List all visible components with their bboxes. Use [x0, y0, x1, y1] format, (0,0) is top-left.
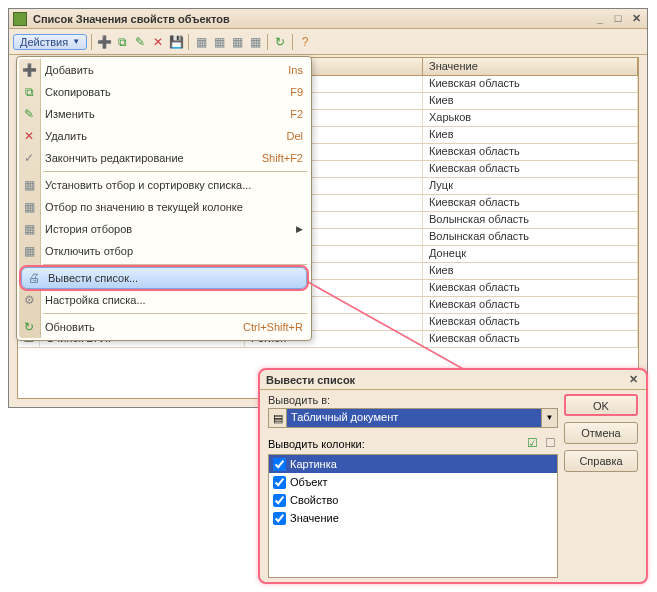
output-to-combo[interactable]: ▤ Табличный документ ▼ — [268, 408, 558, 428]
actions-dropdown[interactable]: Действия ▼ — [13, 34, 87, 50]
menu-item[interactable]: ⧉СкопироватьF9 — [17, 81, 311, 103]
actions-menu: ➕ДобавитьIns⧉СкопироватьF9✎ИзменитьF2✕Уд… — [16, 56, 312, 341]
menu-item-shortcut: F2 — [290, 108, 303, 120]
refresh-icon[interactable]: ↻ — [272, 34, 288, 50]
column-label: Значение — [290, 512, 339, 524]
menu-item[interactable]: ⚙Настройка списка... — [17, 289, 311, 311]
columns-label: Выводить колонки: — [268, 438, 522, 450]
column-label: Картинка — [290, 458, 337, 470]
menu-item[interactable]: ▦Установить отбор и сортировку списка... — [17, 174, 311, 196]
column-checkbox[interactable] — [273, 458, 286, 471]
edit-icon[interactable]: ✎ — [132, 34, 148, 50]
menu-item[interactable]: 🖨Вывести список... — [21, 267, 307, 289]
cell-value: Волынская область — [423, 212, 638, 228]
menu-separator — [43, 264, 307, 265]
column-item[interactable]: Значение — [269, 509, 557, 527]
column-item[interactable]: Свойство — [269, 491, 557, 509]
column-label: Свойство — [290, 494, 338, 506]
menu-item[interactable]: ✎ИзменитьF2 — [17, 103, 311, 125]
menu-item-label: Настройка списка... — [45, 294, 303, 306]
filter-icon[interactable]: ▦ — [193, 34, 209, 50]
cell-value: Киевская область — [423, 76, 638, 92]
menu-item[interactable]: ▦Отключить отбор — [17, 240, 311, 262]
cell-value: Волынская область — [423, 229, 638, 245]
menu-item-label: Отключить отбор — [45, 245, 303, 257]
menu-item-label: Закончить редактирование — [45, 152, 262, 164]
menu-item-shortcut: Shift+F2 — [262, 152, 303, 164]
filter2-icon[interactable]: ▦ — [211, 34, 227, 50]
menu-item-shortcut: Ins — [288, 64, 303, 76]
cell-value: Киевская область — [423, 161, 638, 177]
copy-icon[interactable]: ⧉ — [114, 34, 130, 50]
chevron-down-icon[interactable]: ▼ — [541, 409, 557, 427]
window-icon — [13, 12, 27, 26]
add-icon[interactable]: ➕ — [96, 34, 112, 50]
menu-item-shortcut: F9 — [290, 86, 303, 98]
menu-item[interactable]: ▦Отбор по значению в текущей колонке — [17, 196, 311, 218]
cell-value: Харьков — [423, 110, 638, 126]
menu-item-icon: 🖨 — [26, 271, 42, 285]
chevron-right-icon: ▶ — [296, 224, 303, 234]
toolbar: Действия ▼ ➕ ⧉ ✎ ✕ 💾 ▦ ▦ ▦ ▦ ↻ ? — [9, 29, 647, 55]
menu-item-shortcut: Ctrl+Shift+R — [243, 321, 303, 333]
output-to-label: Выводить в: — [268, 394, 558, 406]
column-checkbox[interactable] — [273, 512, 286, 525]
grid-header-value[interactable]: Значение — [423, 58, 638, 75]
menu-item[interactable]: ✓Закончить редактированиеShift+F2 — [17, 147, 311, 169]
document-icon: ▤ — [269, 409, 287, 427]
help-button[interactable]: Справка — [564, 450, 638, 472]
menu-item-icon: ⧉ — [21, 85, 37, 99]
uncheck-all-icon[interactable]: ☐ — [542, 436, 558, 452]
maximize-button[interactable]: □ — [611, 12, 625, 26]
menu-item-label: Отбор по значению в текущей колонке — [45, 201, 303, 213]
filter-off-icon[interactable]: ▦ — [247, 34, 263, 50]
menu-item[interactable]: ✕УдалитьDel — [17, 125, 311, 147]
menu-separator — [43, 171, 307, 172]
menu-item-icon: ✓ — [21, 151, 37, 165]
menu-item-icon: ➕ — [21, 63, 37, 77]
check-all-icon[interactable]: ☑ — [524, 436, 540, 452]
ok-button[interactable]: OK — [564, 394, 638, 416]
columns-listbox[interactable]: КартинкаОбъектСвойствоЗначение — [268, 454, 558, 578]
close-button[interactable]: ✕ — [629, 12, 643, 26]
cell-value: Киев — [423, 127, 638, 143]
menu-item[interactable]: ↻ОбновитьCtrl+Shift+R — [17, 316, 311, 338]
cell-value: Донецк — [423, 246, 638, 262]
menu-item-icon: ▦ — [21, 222, 37, 236]
cell-value: Киев — [423, 93, 638, 109]
save-icon[interactable]: 💾 — [168, 34, 184, 50]
output-to-value: Табличный документ — [287, 409, 541, 427]
minimize-button[interactable]: _ — [593, 12, 607, 26]
menu-item[interactable]: ➕ДобавитьIns — [17, 59, 311, 81]
column-checkbox[interactable] — [273, 494, 286, 507]
help-icon[interactable]: ? — [297, 34, 313, 50]
menu-item-label: Удалить — [45, 130, 286, 142]
actions-label: Действия — [20, 36, 68, 48]
cell-value: Киевская область — [423, 144, 638, 160]
menu-item-label: Вывести список... — [48, 272, 298, 284]
column-label: Объект — [290, 476, 327, 488]
menu-item-shortcut: Del — [286, 130, 303, 142]
column-checkbox[interactable] — [273, 476, 286, 489]
menu-item-icon: ▦ — [21, 200, 37, 214]
menu-item[interactable]: ▦История отборов▶ — [17, 218, 311, 240]
dialog-titlebar: Вывести список ✕ — [260, 370, 646, 390]
dialog-close-button[interactable]: ✕ — [626, 373, 640, 387]
menu-item-icon: ▦ — [21, 244, 37, 258]
cell-value: Киевская область — [423, 195, 638, 211]
menu-item-icon: ↻ — [21, 320, 37, 334]
titlebar: Список Значения свойств объектов _ □ ✕ — [9, 9, 647, 29]
column-item[interactable]: Объект — [269, 473, 557, 491]
menu-item-label: История отборов — [45, 223, 292, 235]
cancel-button[interactable]: Отмена — [564, 422, 638, 444]
menu-item-label: Скопировать — [45, 86, 290, 98]
menu-item-label: Установить отбор и сортировку списка... — [45, 179, 303, 191]
menu-item-icon: ⚙ — [21, 293, 37, 307]
delete-icon[interactable]: ✕ — [150, 34, 166, 50]
chevron-down-icon: ▼ — [72, 37, 80, 46]
cell-value: Луцк — [423, 178, 638, 194]
menu-item-icon: ▦ — [21, 178, 37, 192]
column-item[interactable]: Картинка — [269, 455, 557, 473]
menu-item-label: Добавить — [45, 64, 288, 76]
filter3-icon[interactable]: ▦ — [229, 34, 245, 50]
